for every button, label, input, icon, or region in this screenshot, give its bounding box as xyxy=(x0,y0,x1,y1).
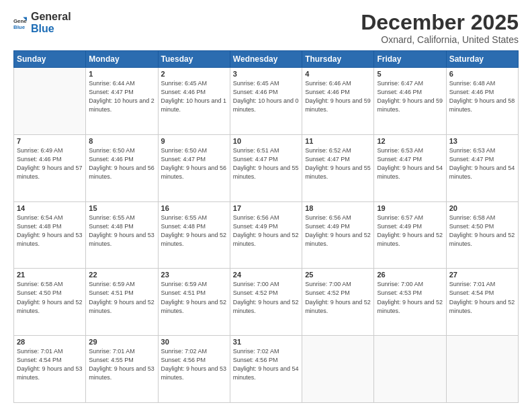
month-title: December 2025 xyxy=(361,11,519,34)
day-info: Sunrise: 7:00 AMSunset: 4:52 PMDaylight:… xyxy=(233,280,299,315)
calendar-week-1: 1Sunrise: 6:44 AMSunset: 4:47 PMDaylight… xyxy=(14,68,519,135)
day-info: Sunrise: 6:53 AMSunset: 4:47 PMDaylight:… xyxy=(377,146,443,181)
day-number: 19 xyxy=(377,204,443,212)
day-info: Sunrise: 6:54 AMSunset: 4:48 PMDaylight:… xyxy=(17,214,83,248)
calendar-cell: 4Sunrise: 6:46 AMSunset: 4:46 PMDaylight… xyxy=(302,68,374,135)
day-header-thursday: Thursday xyxy=(302,51,374,68)
day-header-sunday: Sunday xyxy=(14,51,86,68)
day-info: Sunrise: 7:02 AMSunset: 4:56 PMDaylight:… xyxy=(233,347,299,382)
calendar-cell: 20Sunrise: 6:58 AMSunset: 4:50 PMDayligh… xyxy=(446,201,518,269)
calendar-cell: 14Sunrise: 6:54 AMSunset: 4:48 PMDayligh… xyxy=(14,201,86,269)
day-info: Sunrise: 6:58 AMSunset: 4:50 PMDaylight:… xyxy=(17,280,83,315)
calendar-week-4: 21Sunrise: 6:58 AMSunset: 4:50 PMDayligh… xyxy=(14,269,519,336)
day-number: 17 xyxy=(233,204,299,212)
calendar-week-3: 14Sunrise: 6:54 AMSunset: 4:48 PMDayligh… xyxy=(14,201,519,269)
day-number: 5 xyxy=(377,70,443,78)
calendar-cell: 5Sunrise: 6:47 AMSunset: 4:46 PMDaylight… xyxy=(374,68,446,135)
calendar-cell: 17Sunrise: 6:56 AMSunset: 4:49 PMDayligh… xyxy=(230,201,302,269)
calendar-cell: 7Sunrise: 6:49 AMSunset: 4:46 PMDaylight… xyxy=(14,134,86,201)
day-info: Sunrise: 6:44 AMSunset: 4:47 PMDaylight:… xyxy=(89,79,154,114)
calendar-cell: 31Sunrise: 7:02 AMSunset: 4:56 PMDayligh… xyxy=(230,336,302,403)
day-number: 26 xyxy=(377,271,443,279)
day-info: Sunrise: 6:59 AMSunset: 4:51 PMDaylight:… xyxy=(161,280,227,315)
day-number: 13 xyxy=(449,137,515,145)
day-info: Sunrise: 7:01 AMSunset: 4:54 PMDaylight:… xyxy=(17,347,83,382)
calendar-cell xyxy=(14,68,86,135)
day-info: Sunrise: 6:46 AMSunset: 4:46 PMDaylight:… xyxy=(305,79,371,114)
calendar-cell xyxy=(302,336,374,403)
day-number: 16 xyxy=(161,204,227,212)
calendar-cell: 22Sunrise: 6:59 AMSunset: 4:51 PMDayligh… xyxy=(86,269,158,336)
day-info: Sunrise: 7:01 AMSunset: 4:54 PMDaylight:… xyxy=(449,280,515,315)
location: Oxnard, California, United States xyxy=(361,34,519,45)
day-info: Sunrise: 6:58 AMSunset: 4:50 PMDaylight:… xyxy=(449,214,515,248)
day-number: 25 xyxy=(305,271,371,279)
day-info: Sunrise: 6:56 AMSunset: 4:49 PMDaylight:… xyxy=(305,214,371,248)
day-info: Sunrise: 6:45 AMSunset: 4:46 PMDaylight:… xyxy=(161,79,227,114)
calendar-cell: 12Sunrise: 6:53 AMSunset: 4:47 PMDayligh… xyxy=(374,134,446,201)
day-header-wednesday: Wednesday xyxy=(230,51,302,68)
svg-text:Blue: Blue xyxy=(13,24,26,29)
page: General Blue General Blue December 2025 … xyxy=(0,0,532,411)
calendar-cell: 27Sunrise: 7:01 AMSunset: 4:54 PMDayligh… xyxy=(446,269,518,336)
calendar-cell: 3Sunrise: 6:45 AMSunset: 4:46 PMDaylight… xyxy=(230,68,302,135)
day-number: 7 xyxy=(17,137,83,145)
svg-text:General: General xyxy=(13,18,27,24)
calendar-cell xyxy=(374,336,446,403)
calendar-cell: 9Sunrise: 6:50 AMSunset: 4:47 PMDaylight… xyxy=(158,134,230,201)
day-number: 31 xyxy=(233,338,299,346)
day-number: 10 xyxy=(233,137,299,145)
day-number: 21 xyxy=(17,271,83,279)
calendar-cell: 26Sunrise: 7:00 AMSunset: 4:53 PMDayligh… xyxy=(374,269,446,336)
day-number: 15 xyxy=(89,204,154,212)
calendar-cell: 30Sunrise: 7:02 AMSunset: 4:56 PMDayligh… xyxy=(158,336,230,403)
day-number: 8 xyxy=(89,137,154,145)
calendar-cell: 16Sunrise: 6:55 AMSunset: 4:48 PMDayligh… xyxy=(158,201,230,269)
day-info: Sunrise: 7:00 AMSunset: 4:53 PMDaylight:… xyxy=(377,280,443,315)
day-info: Sunrise: 7:01 AMSunset: 4:55 PMDaylight:… xyxy=(89,347,154,382)
day-header-saturday: Saturday xyxy=(446,51,518,68)
day-info: Sunrise: 6:50 AMSunset: 4:46 PMDaylight:… xyxy=(89,146,154,181)
calendar-cell: 10Sunrise: 6:51 AMSunset: 4:47 PMDayligh… xyxy=(230,134,302,201)
day-number: 11 xyxy=(305,137,371,145)
day-info: Sunrise: 6:50 AMSunset: 4:47 PMDaylight:… xyxy=(161,146,227,181)
day-info: Sunrise: 6:47 AMSunset: 4:46 PMDaylight:… xyxy=(377,79,443,114)
logo-blue-text: Blue xyxy=(31,23,71,35)
day-number: 4 xyxy=(305,70,371,78)
day-info: Sunrise: 7:00 AMSunset: 4:52 PMDaylight:… xyxy=(305,280,371,315)
day-number: 2 xyxy=(161,70,227,78)
day-info: Sunrise: 7:02 AMSunset: 4:56 PMDaylight:… xyxy=(161,347,227,382)
calendar-week-2: 7Sunrise: 6:49 AMSunset: 4:46 PMDaylight… xyxy=(14,134,519,201)
day-info: Sunrise: 6:55 AMSunset: 4:48 PMDaylight:… xyxy=(161,214,227,248)
day-info: Sunrise: 6:59 AMSunset: 4:51 PMDaylight:… xyxy=(89,280,154,315)
day-number: 22 xyxy=(89,271,154,279)
day-info: Sunrise: 6:55 AMSunset: 4:48 PMDaylight:… xyxy=(89,214,154,248)
logo-icon: General Blue xyxy=(13,16,27,30)
day-number: 24 xyxy=(233,271,299,279)
calendar-cell: 25Sunrise: 7:00 AMSunset: 4:52 PMDayligh… xyxy=(302,269,374,336)
day-number: 27 xyxy=(449,271,515,279)
day-info: Sunrise: 6:52 AMSunset: 4:47 PMDaylight:… xyxy=(305,146,371,181)
day-info: Sunrise: 6:51 AMSunset: 4:47 PMDaylight:… xyxy=(233,146,299,181)
day-header-tuesday: Tuesday xyxy=(158,51,230,68)
calendar-cell xyxy=(446,336,518,403)
day-number: 28 xyxy=(17,338,83,346)
day-header-friday: Friday xyxy=(374,51,446,68)
day-info: Sunrise: 6:53 AMSunset: 4:47 PMDaylight:… xyxy=(449,146,515,181)
day-number: 18 xyxy=(305,204,371,212)
logo-general-text: General xyxy=(31,11,71,23)
day-number: 9 xyxy=(161,137,227,145)
day-number: 23 xyxy=(161,271,227,279)
calendar-cell: 24Sunrise: 7:00 AMSunset: 4:52 PMDayligh… xyxy=(230,269,302,336)
day-info: Sunrise: 6:45 AMSunset: 4:46 PMDaylight:… xyxy=(233,79,299,114)
calendar-cell: 8Sunrise: 6:50 AMSunset: 4:46 PMDaylight… xyxy=(86,134,158,201)
day-info: Sunrise: 6:56 AMSunset: 4:49 PMDaylight:… xyxy=(233,214,299,248)
calendar-cell: 6Sunrise: 6:48 AMSunset: 4:46 PMDaylight… xyxy=(446,68,518,135)
day-number: 29 xyxy=(89,338,154,346)
day-info: Sunrise: 6:57 AMSunset: 4:49 PMDaylight:… xyxy=(377,214,443,248)
day-number: 3 xyxy=(233,70,299,78)
day-info: Sunrise: 6:49 AMSunset: 4:46 PMDaylight:… xyxy=(17,146,83,181)
calendar: SundayMondayTuesdayWednesdayThursdayFrid… xyxy=(13,50,519,403)
calendar-cell: 11Sunrise: 6:52 AMSunset: 4:47 PMDayligh… xyxy=(302,134,374,201)
day-number: 12 xyxy=(377,137,443,145)
